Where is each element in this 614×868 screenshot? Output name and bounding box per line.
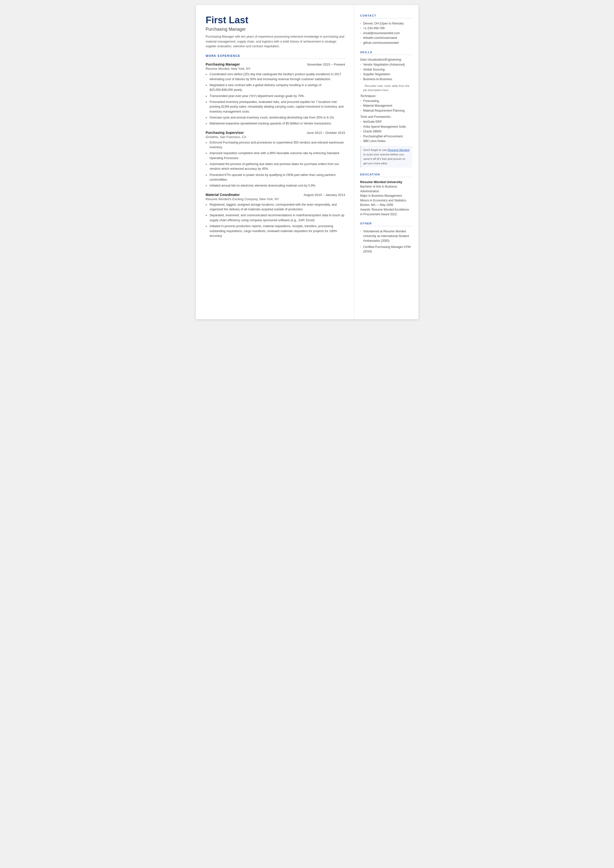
- other-section: OTHER Volunteered at Resume Worded Unive…: [360, 222, 412, 254]
- job-header-2: Purchasing Supervisor June 2013 – Octobe…: [206, 130, 345, 135]
- job-company-1: Resume Worded, New York, NY: [206, 67, 345, 70]
- candidate-name: First Last: [206, 15, 345, 25]
- bullet-1-2: Negotiated a new contract with a global …: [206, 83, 345, 93]
- edu-school-1: Resume Worded University: [360, 180, 412, 184]
- skill-category-1-label: Data Visualization/Engineering:: [360, 58, 412, 61]
- bullet-2-3: Automated the process of gathering due d…: [206, 162, 345, 171]
- edu-degree-1: Bachelor of Arts in Business Administrat…: [360, 184, 412, 194]
- skill-2-1: Forecasting.: [360, 99, 412, 103]
- contact-phone: +1-234-456-789: [360, 26, 412, 31]
- bullet-2-1: Enforced Purchasing process and procedur…: [206, 140, 345, 150]
- education-section: EDUCATION Resume Worded University Bache…: [360, 173, 412, 216]
- candidate-title: Purchasing Manager: [206, 27, 345, 32]
- skill-2-2: Material Management: [360, 103, 412, 108]
- job-entry-2: Purchasing Supervisor June 2013 – Octobe…: [206, 130, 345, 188]
- resume-document: First Last Purchasing Manager Purchasing…: [196, 5, 419, 319]
- recruiter-note: Recruiter note: enter skills from the jo…: [360, 84, 412, 92]
- skill-list-2: Forecasting. Material Management Materia…: [360, 99, 412, 113]
- skill-2-3: Material Requirement Planning.: [360, 109, 412, 113]
- skill-3-1: NetSuite ERP.: [360, 120, 412, 124]
- scan-note-pre: Don't forget to use: [363, 148, 388, 151]
- job-entry-3: Material Coordinator August 2010 – Janua…: [206, 193, 345, 238]
- job-title-3: Material Coordinator: [206, 193, 240, 197]
- skills-section: SKILLS Data Visualization/Engineering: V…: [360, 51, 412, 168]
- job-entry-1: Purchasing Manager November 2015 – Prese…: [206, 62, 345, 126]
- job-bullets-3: Registered, tagged, assigned storage loc…: [206, 202, 345, 238]
- job-dates-3: August 2010 – January 2013: [304, 193, 345, 197]
- skill-3-5: IBM Lotus Notes.: [360, 139, 412, 143]
- skill-3-4: PurchasingNet eProcurement.: [360, 134, 412, 139]
- contact-list: Denver, OH (Open to Remote) +1-234-456-7…: [360, 21, 412, 45]
- contact-email: email@resumeworded.com: [360, 31, 412, 36]
- bullet-1-5: Oversaw cycle and annual inventory count…: [206, 115, 345, 120]
- education-heading: EDUCATION: [360, 173, 412, 177]
- skill-list-1: Vendor Negotiation (Advanced) Global Sou…: [360, 62, 412, 82]
- bullet-3-3: Initiated in-process production reports,…: [206, 224, 345, 238]
- other-item-1: Volunteered at Resume Worded University …: [360, 229, 412, 243]
- job-title-1: Purchasing Manager: [206, 62, 240, 66]
- edu-details-1: Major in Business Management. Minors in …: [360, 194, 412, 207]
- skill-3-2: Ariba Spend Management Suite.: [360, 124, 412, 129]
- job-title-2: Purchasing Supervisor: [206, 130, 244, 135]
- skill-1-1: Vendor Negotiation (Advanced): [360, 62, 412, 67]
- other-heading: OTHER: [360, 222, 412, 226]
- job-bullets-1: Coordinated zero defect (ZD) day that ca…: [206, 72, 345, 126]
- bullet-1-3: Transcended year-over-year (YoY) departm…: [206, 94, 345, 98]
- skill-category-2-label: Techniques:: [360, 94, 412, 98]
- resume-worded-link[interactable]: Resume Worded: [388, 148, 409, 151]
- other-list: Volunteered at Resume Worded University …: [360, 229, 412, 254]
- sidebar-column: CONTACT Denver, OH (Open to Remote) +1-2…: [354, 5, 419, 319]
- scan-note-post: to scan your resume before you send it o…: [363, 153, 405, 165]
- main-column: First Last Purchasing Manager Purchasing…: [196, 5, 354, 319]
- bullet-1-1: Coordinated zero defect (ZD) day that ca…: [206, 72, 345, 82]
- job-company-2: Growthsi, San Francisco, CA: [206, 135, 345, 139]
- job-dates-2: June 2013 – October 2015: [307, 131, 345, 135]
- contact-linkedin: linkedin.com/in/username: [360, 36, 412, 40]
- job-header-1: Purchasing Manager November 2015 – Prese…: [206, 62, 345, 66]
- work-experience-section: WORK EXPERIENCE Purchasing Manager Novem…: [206, 54, 345, 238]
- skill-1-3: Supplier Negotiation: [360, 72, 412, 77]
- skill-3-3: Oracle DBMS: [360, 129, 412, 134]
- resume-header: First Last Purchasing Manager Purchasing…: [206, 15, 345, 49]
- contact-github: github.com/resumeworded: [360, 40, 412, 45]
- job-company-3: Resume Worded's Exciting Company, New Yo…: [206, 197, 345, 201]
- contact-section: CONTACT Denver, OH (Open to Remote) +1-2…: [360, 14, 412, 45]
- skill-category-3-label: Tools and Frameworks:: [360, 115, 412, 118]
- job-header-3: Material Coordinator August 2010 – Janua…: [206, 193, 345, 197]
- other-item-2: Certified Purchasing Manager-CPM (2016): [360, 245, 412, 254]
- skill-list-3: NetSuite ERP. Ariba Spend Management Sui…: [360, 120, 412, 143]
- bullet-1-6: Maintained expansive spreadsheet trackin…: [206, 121, 345, 126]
- scan-note: Don't forget to use Resume Worded to sca…: [360, 146, 412, 168]
- job-bullets-2: Enforced Purchasing process and procedur…: [206, 140, 345, 188]
- work-experience-heading: WORK EXPERIENCE: [206, 54, 345, 59]
- skill-1-4: Business-to-Business.: [360, 77, 412, 82]
- bullet-2-4: Prevented 67% upscale in power stocks by…: [206, 173, 345, 182]
- bullet-2-2: Improved requisition completion time wit…: [206, 151, 345, 161]
- bullet-3-1: Registered, tagged, assigned storage loc…: [206, 202, 345, 212]
- bullet-2-5: Initiated annual bid on electronic eleme…: [206, 183, 345, 188]
- edu-awards-1: Awards: Resume Worded Excellence in Proc…: [360, 207, 412, 216]
- skill-1-2: Global Sourcing.: [360, 67, 412, 72]
- bullet-3-2: Separated, examined, and communicated re…: [206, 213, 345, 223]
- candidate-summary: Purchasing Manager with ten years of exp…: [206, 34, 345, 49]
- contact-heading: CONTACT: [360, 14, 412, 18]
- contact-location: Denver, OH (Open to Remote): [360, 21, 412, 26]
- job-dates-1: November 2015 – Present: [307, 63, 345, 66]
- skills-heading: SKILLS: [360, 51, 412, 55]
- bullet-1-4: Forecasted inventory prerequisites, eval…: [206, 100, 345, 114]
- edu-entry-1: Resume Worded University Bachelor of Art…: [360, 180, 412, 216]
